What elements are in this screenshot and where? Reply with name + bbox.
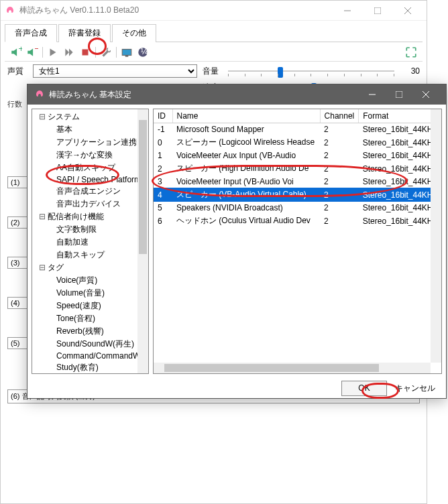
speak-add-icon[interactable]: +	[10, 46, 22, 58]
wrench-icon[interactable]	[100, 46, 112, 58]
svg-rect-12	[396, 91, 402, 98]
expand-icon[interactable]	[405, 46, 417, 58]
table-scrollbar-h[interactable]	[154, 363, 431, 373]
maximize-button[interactable]	[362, 1, 392, 20]
tree-item[interactable]: Voice(声質)	[34, 274, 147, 287]
dialog-minimize-button[interactable]	[359, 85, 386, 104]
play-icon[interactable]	[47, 46, 59, 58]
minimize-button[interactable]	[332, 1, 362, 20]
separator	[116, 47, 117, 58]
table-row[interactable]: 0スピーカー (Logicool Wireless Headse2Stereo_…	[154, 135, 441, 149]
dialog-icon	[34, 89, 45, 100]
table-row[interactable]: 1VoiceMeeter Aux Input (VB-Audio2Stereo_…	[154, 149, 441, 162]
tree-item[interactable]: 音声合成エンジン	[34, 185, 147, 198]
tree-item-audio-output[interactable]: 音声出力デバイス	[34, 198, 147, 210]
tree-item[interactable]: アプリケーション連携	[34, 136, 147, 149]
ok-button[interactable]: OK	[341, 381, 387, 396]
dialog-maximize-button[interactable]	[386, 85, 412, 104]
svg-rect-7	[122, 50, 131, 56]
tree-tag[interactable]: ⊟ タグ	[34, 261, 147, 274]
speak-remove-icon[interactable]: −	[26, 46, 38, 58]
svg-text:+: +	[18, 46, 22, 54]
window-buttons	[332, 1, 423, 20]
dialog-buttons: OK キャンセル	[27, 378, 446, 399]
dialog-title: 棒読みちゃん 基本設定	[49, 89, 359, 101]
volume-label: 音量	[203, 66, 223, 77]
tree-item[interactable]: Command/CommandW	[34, 351, 147, 361]
col-channel[interactable]: Channel	[320, 109, 359, 123]
voice-row: 声質 女性1 音量 30	[1, 62, 427, 80]
forward-icon[interactable]	[63, 46, 75, 58]
settings-dialog: 棒読みちゃん 基本設定 ⊟ システム 基本 アプリケーション連携 漢字→かな変換…	[27, 84, 447, 399]
tree-item[interactable]: Sound/SoundW(再生)	[34, 338, 147, 351]
dialog-titlebar: 棒読みちゃん 基本設定	[27, 84, 446, 105]
tab-synth[interactable]: 音声合成	[5, 24, 57, 42]
table-row[interactable]: 4スピーカー (VB-Audio Virtual Cable)2Stereo_1…	[154, 188, 441, 202]
tree-item[interactable]: 文字数制限	[34, 223, 147, 236]
tab-other[interactable]: その他	[112, 24, 156, 42]
device-table: ID Name Channel Format -1Microsoft Sound…	[154, 109, 441, 228]
tree-item[interactable]: 自動スキップ	[34, 249, 147, 261]
dialog-body: ⊟ システム 基本 アプリケーション連携 漢字→かな変換 AA自動スキップ SA…	[27, 105, 446, 378]
main-titlebar: 棒読みちゃん Ver0.1.11.0 Beta20	[1, 1, 427, 21]
svg-rect-1	[374, 7, 381, 14]
separator	[42, 47, 43, 58]
tree-broadcast[interactable]: ⊟ 配信者向け機能	[34, 210, 147, 223]
device-table-wrap: ID Name Channel Format -1Microsoft Sound…	[153, 109, 442, 374]
volume-value: 30	[400, 66, 420, 76]
tree-item[interactable]: 漢字→かな変換	[34, 149, 147, 162]
voice-select[interactable]: 女性1	[33, 64, 197, 78]
monitor-icon[interactable]	[121, 46, 133, 58]
badge-icon[interactable]: ¼	[137, 46, 149, 58]
tree-item[interactable]: Volume(音量)	[34, 287, 147, 300]
main-title: 棒読みちゃん Ver0.1.11.0 Beta20	[19, 5, 332, 16]
col-id[interactable]: ID	[154, 109, 172, 123]
table-row[interactable]: -1Microsoft Sound Mapper2Stereo_16bit_44…	[154, 123, 441, 136]
tree-item[interactable]: 基本	[34, 123, 147, 136]
col-format[interactable]: Format	[359, 109, 441, 123]
svg-rect-8	[125, 56, 129, 57]
rows-label: 行数	[7, 100, 22, 108]
tree-system[interactable]: ⊟ システム	[34, 111, 147, 123]
stop-icon[interactable]	[79, 46, 91, 58]
main-tabs: 音声合成 辞書登録 その他	[5, 23, 423, 42]
tree-scrollbar[interactable]	[137, 109, 148, 373]
table-row[interactable]: 3VoiceMeeter Input (VB-Audio Voi2Stereo_…	[154, 176, 441, 188]
table-scrollbar-v[interactable]	[431, 109, 441, 363]
app-icon	[5, 5, 15, 16]
tree-item[interactable]: Study(教育)	[34, 361, 147, 374]
separator	[95, 47, 96, 58]
cancel-button[interactable]: キャンセル	[392, 381, 438, 396]
tree-item[interactable]: Speed(速度)	[34, 300, 147, 312]
tree-item[interactable]: 自動加速	[34, 236, 147, 249]
svg-rect-6	[82, 50, 89, 56]
tree-item[interactable]: SAPI / Speech Platform	[34, 174, 147, 185]
dialog-close-button[interactable]	[412, 85, 439, 104]
close-button[interactable]	[392, 1, 423, 20]
toolbar: + − ¼	[5, 44, 423, 62]
svg-text:¼: ¼	[141, 46, 148, 56]
table-row[interactable]: 5Speakers (NVIDIA Broadcast)2Stereo_16bi…	[154, 202, 441, 214]
tab-dict[interactable]: 辞書登録	[58, 24, 111, 42]
svg-text:−: −	[34, 46, 38, 54]
tree-item[interactable]: Reverb(残響)	[34, 325, 147, 338]
voice-label: 声質	[7, 66, 27, 77]
table-row[interactable]: 2スピーカー (High Definition Audio De2Stereo_…	[154, 162, 441, 176]
tree-item[interactable]: AA自動スキップ	[34, 162, 147, 174]
table-row[interactable]: 6ヘッドホン (Oculus Virtual Audio Dev2Stereo_…	[154, 214, 441, 228]
settings-tree[interactable]: ⊟ システム 基本 アプリケーション連携 漢字→かな変換 AA自動スキップ SA…	[32, 109, 149, 374]
tree-item[interactable]: Tone(音程)	[34, 312, 147, 325]
volume-slider[interactable]	[228, 64, 394, 78]
col-name[interactable]: Name	[172, 109, 320, 123]
